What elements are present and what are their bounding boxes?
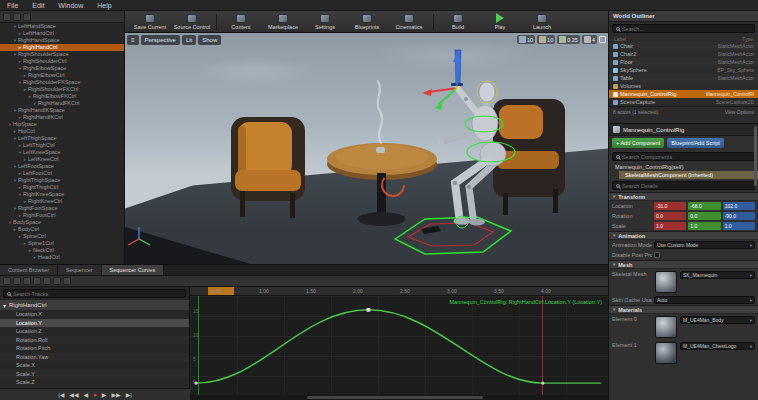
rig-tree-item[interactable]: ▾HipSpace xyxy=(0,121,124,128)
launch-button[interactable]: Launch xyxy=(521,11,563,33)
outliner-folder-row[interactable]: Volumes xyxy=(609,82,758,90)
rig-tree-item[interactable]: ▾RightHandSpace xyxy=(0,37,124,44)
rig-tree-item[interactable]: ▸Spine1Ctrl xyxy=(0,240,124,247)
rig-tree-item[interactable]: ▾LeftKneeSpace xyxy=(0,149,124,156)
curve-plot-area[interactable]: 15 10 5 0 Mannequin_ControlRig: RightHan… xyxy=(190,296,608,395)
cinematics-button[interactable]: Cinematics xyxy=(388,11,430,33)
rig-tree-item[interactable]: ▾RightElbowSpace xyxy=(0,65,124,72)
scale-z-field[interactable]: 1.0 xyxy=(723,222,755,230)
curve-key[interactable] xyxy=(194,382,197,385)
post-process-checkbox[interactable] xyxy=(654,252,660,258)
animation-section-header[interactable]: ▾Animation xyxy=(609,231,758,240)
rig-tree-item[interactable]: ▸RightElbowCtrl xyxy=(0,72,124,79)
curve-editor[interactable]: 0.50 1.00 1.50 2.00 2.50 3.00 3.50 4.00 … xyxy=(190,287,608,400)
viewport-options-icon[interactable]: ≡ xyxy=(127,35,139,45)
track-row[interactable]: Rotation.Pitch xyxy=(0,344,189,353)
view-options-button[interactable]: View Options xyxy=(725,109,754,115)
track-row[interactable]: Location.X xyxy=(0,310,189,319)
filter-icon[interactable] xyxy=(3,13,11,21)
perspective-button[interactable]: Perspective xyxy=(141,35,180,45)
grid-snap-toggle[interactable]: 10 xyxy=(517,35,535,44)
rig-tree-item[interactable]: ▸NeckCtrl xyxy=(0,247,124,254)
source-control-button[interactable]: Source Control xyxy=(171,11,213,33)
show-button[interactable]: Show xyxy=(198,35,221,45)
view-mode-button[interactable]: Lit xyxy=(182,35,196,45)
menu-item-help[interactable]: Help xyxy=(90,2,118,9)
rotation-x-field[interactable]: 0.0 xyxy=(654,212,686,220)
tangent-linear-icon[interactable] xyxy=(53,277,61,285)
track-search-input[interactable] xyxy=(13,291,182,297)
location-z-field[interactable]: 102.0 xyxy=(723,202,755,210)
rig-tree-item[interactable]: ▾RightFootSpace xyxy=(0,205,124,212)
rig-tree-item[interactable]: ▸HeadCtrl xyxy=(0,254,124,261)
rotation-z-field[interactable]: -90.0 xyxy=(723,212,755,220)
tab-sequencer[interactable]: Sequencer xyxy=(58,265,102,275)
rig-tree-item[interactable]: ▾BodySpace xyxy=(0,219,124,226)
rotation-snap-toggle[interactable]: 10 xyxy=(537,35,555,44)
marketplace-button[interactable]: Marketplace xyxy=(262,11,304,33)
rotation-y-field[interactable]: 0.0 xyxy=(688,212,720,220)
rig-tree-item[interactable]: ▸RightElbowFKCtrl xyxy=(0,93,124,100)
track-row[interactable]: Scale.Z xyxy=(0,378,189,387)
rig-tree-item[interactable]: ▸RightKneeCtrl xyxy=(0,198,124,205)
details-search-input[interactable] xyxy=(622,183,751,189)
track-row[interactable]: Location.Z xyxy=(0,327,189,336)
rig-tree-item[interactable]: ▸BodyCtrl xyxy=(0,226,124,233)
rig-tree-item[interactable]: ▸RightShoulderFKCtrl xyxy=(0,86,124,93)
rig-tree-item[interactable]: ▸RightThighCtrl xyxy=(0,184,124,191)
rig-tree-item[interactable]: ▾RightShoulderSpace xyxy=(0,51,124,58)
settings-button[interactable]: Settings xyxy=(304,11,346,33)
outliner-row[interactable]: SceneCaptureSceneCapture2D xyxy=(609,98,758,106)
rig-tree-item[interactable]: ▸LeftFootCtrl xyxy=(0,170,124,177)
level-viewport[interactable]: ≡ Perspective Lit Show 10 10 0.25 4 xyxy=(125,33,608,264)
scale-x-field[interactable]: 1.0 xyxy=(654,222,686,230)
rig-tree-item[interactable]: ▸RightShoulderCtrl xyxy=(0,58,124,65)
rig-tree-item[interactable]: ▸SpineCtrl xyxy=(0,233,124,240)
track-group-row[interactable]: ▾RightHandCtrl xyxy=(0,300,189,310)
step-forward-button[interactable]: ▶▶ xyxy=(111,391,120,398)
skin-cache-dropdown[interactable]: Auto▾ xyxy=(654,296,755,304)
camera-icon[interactable] xyxy=(13,277,21,285)
rig-tree-item[interactable]: ▾RightThighSpace xyxy=(0,177,124,184)
transform-section-header[interactable]: ▾Transform xyxy=(609,192,758,201)
tab-content-browser[interactable]: Content Browser xyxy=(0,265,58,275)
keyframe-icon[interactable] xyxy=(33,277,41,285)
menu-item-edit[interactable]: Edit xyxy=(25,2,51,9)
scale-snap-toggle[interactable]: 0.25 xyxy=(557,35,580,44)
component-row-skeletal-mesh[interactable]: SkeletalMeshComponent (Inherited) xyxy=(619,171,758,179)
blueprints-button[interactable]: Blueprints xyxy=(346,11,388,33)
material-dropdown[interactable]: M_UE4Man_ChestLogo▾ xyxy=(680,342,755,350)
curve-key[interactable] xyxy=(541,382,544,385)
step-back-button[interactable]: ◀◀ xyxy=(69,391,78,398)
outliner-row[interactable]: Chair2StaticMeshActor xyxy=(609,50,758,58)
maximize-viewport-button[interactable] xyxy=(599,36,606,43)
details-search[interactable] xyxy=(612,181,755,190)
component-row-self[interactable]: Mannequin_ControlRig(self) xyxy=(609,163,758,171)
column-type[interactable]: Type xyxy=(742,36,753,42)
chair-left[interactable] xyxy=(231,117,305,218)
rig-tree-item[interactable]: ▾RightShoulderFKSpace xyxy=(0,79,124,86)
camera-speed-button[interactable]: 4 xyxy=(582,35,597,44)
material-thumbnail[interactable] xyxy=(655,316,677,338)
rig-tree-item[interactable]: ▾LeftHandSpace xyxy=(0,23,124,30)
rig-tree-item[interactable]: ▸LeftThighCtrl xyxy=(0,142,124,149)
translate-gizmo[interactable] xyxy=(422,53,461,110)
go-to-end-button[interactable]: ▶| xyxy=(126,391,132,398)
column-label[interactable]: Label xyxy=(614,36,626,42)
content-browser-button[interactable]: Content xyxy=(220,11,262,33)
outliner-search-input[interactable] xyxy=(622,26,751,32)
add-component-button[interactable]: + Add Component xyxy=(612,138,664,148)
track-row[interactable]: Rotation.Roll xyxy=(0,336,189,345)
track-row[interactable]: Scale.X xyxy=(0,361,189,370)
rig-tree-item-selected[interactable]: ▸RightHandCtrl xyxy=(0,44,124,51)
materials-section-header[interactable]: ▾Materials xyxy=(609,305,758,314)
rig-tree-item[interactable]: ▸HipCtrl xyxy=(0,128,124,135)
record-button[interactable]: ● xyxy=(93,392,97,398)
play-button[interactable]: Play xyxy=(479,11,521,33)
scale-y-field[interactable]: 1.0 xyxy=(688,222,720,230)
settings-icon[interactable] xyxy=(13,13,21,21)
rig-tree-item[interactable]: ▾RightKneeSpace xyxy=(0,191,124,198)
filter-icon[interactable] xyxy=(23,277,31,285)
play-forward-button[interactable]: ▶ xyxy=(102,391,107,398)
build-button[interactable]: Build xyxy=(437,11,479,33)
